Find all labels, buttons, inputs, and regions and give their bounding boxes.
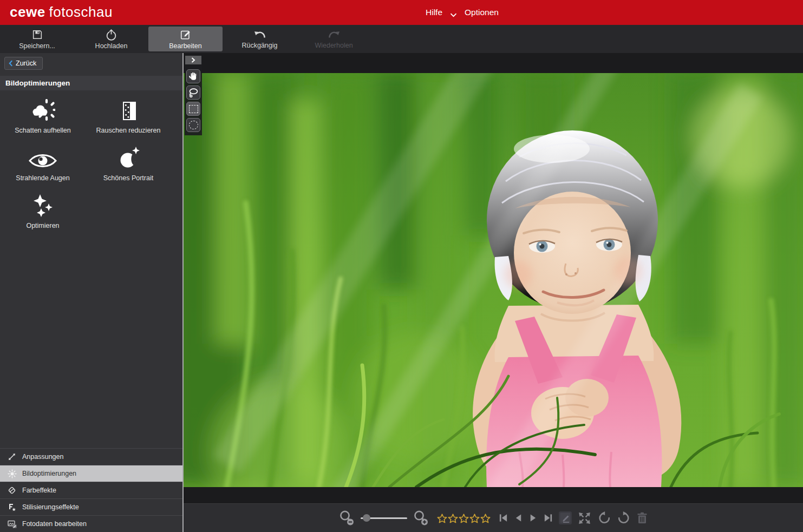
- speichern-button[interactable]: Speichern...: [0, 27, 74, 51]
- f-star-icon: [7, 503, 17, 512]
- pan-tool-button[interactable]: [186, 69, 200, 83]
- photo-edit-icon: [7, 520, 17, 529]
- cewe-fotoschau-window: cewefotoschau Hilfe Optionen Speichern..…: [0, 0, 803, 532]
- fullscreen-icon: [577, 511, 592, 526]
- star-icon[interactable]: [459, 513, 469, 523]
- zoom-slider-handle[interactable]: [363, 514, 370, 522]
- tool-label: Rauschen reduzieren: [96, 127, 161, 134]
- tool-rauschen-reduzieren[interactable]: Rauschen reduzieren: [86, 90, 171, 138]
- edit-icon: [179, 29, 192, 41]
- compare-edit-button[interactable]: [559, 511, 572, 524]
- tool-label: Schönes Portrait: [103, 174, 153, 182]
- trash-icon: [636, 511, 648, 524]
- tool-label: Strahlende Augen: [16, 174, 69, 182]
- rueckgaengig-label: Rückgängig: [241, 42, 277, 49]
- compare-edit-icon: [559, 511, 572, 524]
- fullscreen-button[interactable]: [577, 511, 592, 526]
- category-farbeffekte[interactable]: Farbeffekte: [0, 482, 182, 498]
- star-icon[interactable]: [480, 513, 491, 523]
- star-rating[interactable]: [437, 513, 491, 523]
- lasso-icon: [188, 87, 199, 98]
- rotate-left-button[interactable]: [597, 511, 611, 525]
- category-fotodaten-bearbeiten[interactable]: Fotodaten bearbeiten: [0, 515, 182, 532]
- undo-icon: [253, 29, 266, 40]
- category-anpassungen[interactable]: Anpassungen: [0, 448, 182, 465]
- adjust-icon: [7, 452, 17, 462]
- chevron-right-icon: [191, 57, 195, 63]
- tool-strahlende-augen[interactable]: Strahlende Augen: [0, 138, 86, 186]
- hochladen-label: Hochladen: [95, 42, 128, 50]
- category-label: Fotodaten bearbeiten: [22, 520, 87, 528]
- chevron-down-icon[interactable]: [450, 13, 457, 17]
- titlebar-menu: Hilfe Optionen: [426, 0, 499, 25]
- star-icon[interactable]: [469, 513, 480, 523]
- menu-hilfe[interactable]: Hilfe: [426, 8, 442, 17]
- category-label: Stilisierungseffekte: [22, 503, 79, 511]
- tool-optimieren[interactable]: Optimieren: [0, 186, 86, 233]
- rotate-right-button[interactable]: [617, 511, 631, 525]
- zurueck-button[interactable]: Zurück: [4, 57, 43, 70]
- rueckgaengig-button[interactable]: Rückgängig: [223, 27, 297, 51]
- first-icon: [498, 513, 508, 523]
- photo-baby-in-grass[interactable]: [184, 73, 803, 487]
- wiederholen-label: Wiederholen: [315, 42, 352, 49]
- first-image-button[interactable]: [498, 513, 508, 523]
- last-icon: [543, 513, 553, 523]
- zoom-out-button[interactable]: [338, 510, 355, 527]
- app-logo: cewefotoschau: [10, 4, 113, 21]
- right-eye: [596, 238, 622, 251]
- lasso-tool-button[interactable]: [186, 86, 200, 100]
- last-image-button[interactable]: [543, 513, 553, 523]
- rotate-left-icon: [597, 511, 611, 525]
- sparkles-icon: [30, 193, 55, 218]
- chevron-left-icon: [9, 60, 13, 67]
- selection-tool-palette: [185, 56, 202, 135]
- hand-icon: [188, 71, 198, 81]
- bearbeiten-button[interactable]: Bearbeiten: [148, 27, 223, 51]
- titlebar: cewefotoschau Hilfe Optionen: [0, 0, 803, 25]
- ellipse-select-tool-button[interactable]: [186, 118, 200, 132]
- zoom-in-button[interactable]: [413, 510, 429, 527]
- rect-select-tool-button[interactable]: [186, 102, 200, 116]
- wiederholen-button[interactable]: Wiederholen: [297, 27, 371, 51]
- tool-schoenes-portrait[interactable]: Schönes Portrait: [86, 138, 171, 186]
- portrait-sparkle-icon: [116, 146, 141, 170]
- star-icon[interactable]: [448, 513, 458, 523]
- category-stilisierungseffekte[interactable]: Stilisierungseffekte: [0, 498, 182, 515]
- tool-label: Optimieren: [26, 222, 59, 229]
- rect-marquee-icon: [189, 105, 198, 113]
- category-label: Bildoptimierungen: [22, 470, 76, 477]
- next-image-button[interactable]: [528, 513, 538, 523]
- image-viewer: [184, 53, 803, 532]
- viewer-toolbar: [184, 503, 803, 532]
- left-eye: [529, 240, 555, 253]
- tool-label: Schatten aufhellen: [15, 127, 71, 134]
- section-title: Bildoptimierungen: [0, 76, 182, 90]
- speichern-label: Speichern...: [19, 42, 55, 50]
- noise-reduce-icon: [116, 99, 140, 123]
- star-icon[interactable]: [437, 513, 447, 523]
- brand-name-bold: cewe: [10, 4, 45, 20]
- brand-name-rest: fotoschau: [49, 4, 113, 20]
- sidebar: Zurück Bildoptimierungen: [0, 53, 184, 532]
- palette-expand-button[interactable]: [185, 56, 201, 64]
- upload-icon: [105, 29, 117, 41]
- category-label: Anpassungen: [22, 453, 63, 461]
- redo-icon: [328, 29, 341, 40]
- menu-optionen[interactable]: Optionen: [465, 8, 499, 17]
- tool-schatten-aufhellen[interactable]: Schatten aufhellen: [0, 90, 86, 138]
- category-label: Farbeffekte: [22, 487, 56, 494]
- previous-image-button[interactable]: [514, 513, 523, 523]
- tool-grid: Schatten aufhellen: [0, 90, 182, 233]
- zoom-slider[interactable]: [361, 513, 407, 523]
- zoom-out-icon: [338, 510, 355, 527]
- rotate-right-icon: [617, 511, 631, 525]
- delete-button[interactable]: [636, 511, 648, 524]
- bearbeiten-label: Bearbeiten: [169, 42, 201, 50]
- zurueck-label: Zurück: [16, 60, 36, 67]
- hochladen-button[interactable]: Hochladen: [74, 27, 148, 51]
- eye-icon: [28, 151, 58, 170]
- category-bildoptimierungen[interactable]: Bildoptimierungen: [0, 465, 182, 482]
- save-icon: [31, 29, 43, 41]
- sun-icon: [7, 469, 17, 478]
